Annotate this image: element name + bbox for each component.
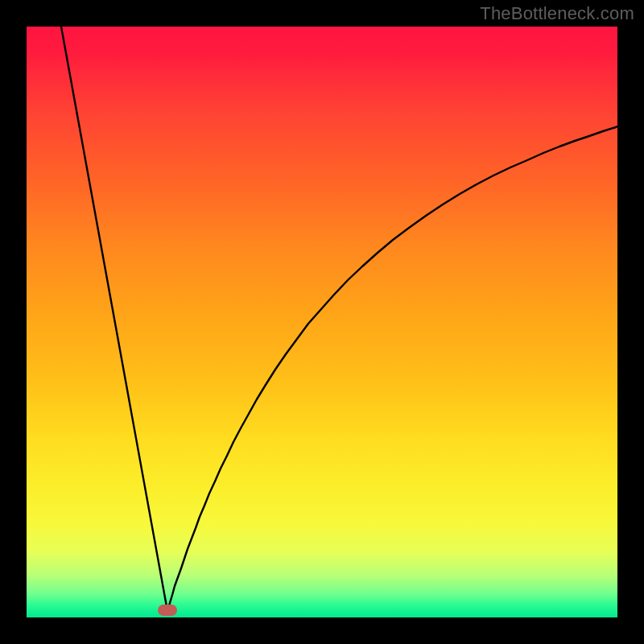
watermark-text: TheBottleneck.com: [480, 3, 634, 24]
optimal-point-marker: [158, 605, 177, 616]
bottleneck-curve: [27, 27, 617, 617]
chart-frame: TheBottleneck.com: [0, 0, 644, 644]
